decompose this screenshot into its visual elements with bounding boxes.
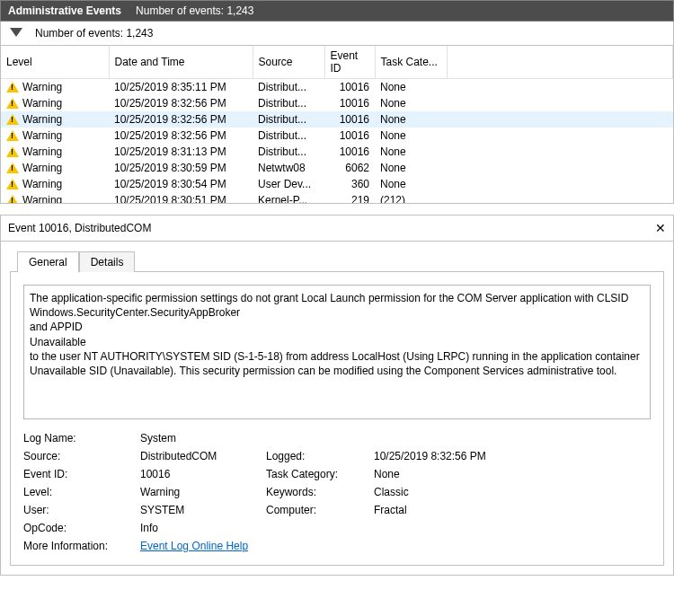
cell-event-id: 10016	[324, 79, 375, 96]
more-info-link[interactable]: Event Log Online Help	[140, 540, 248, 552]
tab-general[interactable]: General	[17, 251, 79, 272]
header-title: Administrative Events	[8, 4, 121, 17]
cell-source: Distribut...	[253, 144, 324, 160]
cell-date: 10/25/2019 8:30:51 PM	[109, 192, 253, 204]
lbl-opcode: OpCode:	[23, 522, 140, 534]
lbl-source: Source:	[23, 450, 140, 462]
cell-level: Warning	[22, 194, 62, 204]
lbl-computer: Computer:	[266, 504, 374, 516]
col-header-event-id[interactable]: Event ID	[324, 46, 375, 79]
lbl-level: Level:	[23, 486, 140, 498]
table-row[interactable]: Warning10/25/2019 8:32:56 PMDistribut...…	[1, 128, 673, 144]
col-header-level[interactable]: Level	[1, 46, 109, 79]
lbl-keywords: Keywords:	[266, 486, 374, 498]
val-user: SYSTEM	[140, 504, 266, 516]
val-opcode: Info	[140, 522, 536, 534]
detail-title-text: Event 10016, DistributedCOM	[8, 222, 151, 234]
cell-task-cat: None	[375, 95, 447, 111]
cell-level: Warning	[22, 145, 62, 158]
cell-date: 10/25/2019 8:32:56 PM	[109, 111, 253, 128]
table-row[interactable]: Warning10/25/2019 8:31:13 PMDistribut...…	[1, 144, 673, 160]
val-log-name: System	[140, 432, 536, 444]
cell-date: 10/25/2019 8:35:11 PM	[109, 79, 253, 96]
event-detail-pane: Event 10016, DistributedCOM ✕ General De…	[0, 215, 674, 576]
warning-icon	[6, 146, 19, 157]
table-row[interactable]: Warning10/25/2019 8:32:56 PMDistribut...…	[1, 111, 673, 128]
cell-event-id: 10016	[324, 95, 375, 111]
warning-icon	[6, 114, 19, 125]
val-source: DistributedCOM	[140, 450, 266, 462]
val-level: Warning	[140, 486, 266, 498]
cell-level: Warning	[22, 129, 62, 142]
lbl-task-cat: Task Category:	[266, 468, 374, 480]
lbl-more-info: More Information:	[23, 540, 140, 552]
cell-task-cat: None	[375, 128, 447, 144]
event-meta-grid: Log Name: System Source: DistributedCOM …	[23, 432, 651, 552]
cell-task-cat: None	[375, 176, 447, 192]
table-row[interactable]: Warning10/25/2019 8:32:56 PMDistribut...…	[1, 95, 673, 111]
cell-task-cat: None	[375, 111, 447, 128]
filter-bar: Number of events: 1,243	[0, 22, 674, 46]
val-logged: 10/25/2019 8:32:56 PM	[374, 450, 536, 462]
val-event-id: 10016	[140, 468, 266, 480]
filter-count: Number of events: 1,243	[35, 27, 153, 40]
lbl-log-name: Log Name:	[23, 432, 140, 444]
cell-level: Warning	[22, 97, 62, 110]
cell-source: Distribut...	[253, 128, 324, 144]
cell-task-cat: (212)	[375, 192, 447, 204]
header-bar: Administrative Events Number of events: …	[0, 0, 674, 22]
cell-source: Distribut...	[253, 79, 324, 96]
val-keywords: Classic	[374, 486, 536, 498]
cell-date: 10/25/2019 8:30:54 PM	[109, 176, 253, 192]
cell-event-id: 10016	[324, 111, 375, 128]
events-table: Level Date and Time Source Event ID Task…	[1, 46, 673, 204]
col-header-source[interactable]: Source	[253, 46, 324, 79]
cell-date: 10/25/2019 8:31:13 PM	[109, 144, 253, 160]
cell-date: 10/25/2019 8:30:59 PM	[109, 160, 253, 176]
cell-source: User Dev...	[253, 176, 324, 192]
cell-level: Warning	[22, 178, 62, 190]
table-row[interactable]: Warning10/25/2019 8:30:54 PMUser Dev...3…	[1, 176, 673, 192]
col-header-spacer	[447, 46, 673, 79]
header-count: Number of events: 1,243	[136, 4, 253, 17]
cell-event-id: 360	[324, 176, 375, 192]
lbl-event-id: Event ID:	[23, 468, 140, 480]
warning-icon	[6, 98, 19, 109]
cell-task-cat: None	[375, 79, 447, 96]
table-row[interactable]: Warning10/25/2019 8:30:51 PMKernel-P...2…	[1, 192, 673, 204]
detail-titlebar: Event 10016, DistributedCOM ✕	[1, 216, 673, 242]
cell-event-id: 219	[324, 192, 375, 204]
val-task-cat: None	[374, 468, 536, 480]
cell-source: Kernel-P...	[253, 192, 324, 204]
tab-page-general: The application-specific permission sett…	[10, 271, 664, 566]
cell-task-cat: None	[375, 144, 447, 160]
warning-icon	[6, 163, 19, 173]
events-table-scroll[interactable]: Level Date and Time Source Event ID Task…	[0, 46, 674, 204]
table-row[interactable]: Warning10/25/2019 8:35:11 PMDistribut...…	[1, 79, 673, 96]
cell-date: 10/25/2019 8:32:56 PM	[109, 128, 253, 144]
warning-icon	[6, 195, 19, 204]
col-header-date[interactable]: Date and Time	[109, 46, 253, 79]
cell-level: Warning	[22, 162, 62, 174]
lbl-logged: Logged:	[266, 450, 374, 462]
warning-icon	[6, 130, 19, 141]
cell-source: Distribut...	[253, 111, 324, 128]
cell-event-id: 10016	[324, 128, 375, 144]
warning-icon	[6, 179, 19, 189]
cell-date: 10/25/2019 8:32:56 PM	[109, 95, 253, 111]
table-header-row: Level Date and Time Source Event ID Task…	[1, 46, 673, 79]
cell-task-cat: None	[375, 160, 447, 176]
val-computer: Fractal	[374, 504, 536, 516]
event-description[interactable]: The application-specific permission sett…	[23, 285, 651, 419]
cell-source: Netwtw08	[253, 160, 324, 176]
close-icon[interactable]: ✕	[655, 221, 666, 235]
cell-level: Warning	[22, 113, 62, 126]
tab-details[interactable]: Details	[79, 251, 136, 272]
lbl-user: User:	[23, 504, 140, 516]
cell-event-id: 6062	[324, 160, 375, 176]
col-header-task-category[interactable]: Task Cate...	[375, 46, 447, 79]
table-row[interactable]: Warning10/25/2019 8:30:59 PMNetwtw086062…	[1, 160, 673, 176]
filter-icon[interactable]	[10, 28, 22, 39]
cell-source: Distribut...	[253, 95, 324, 111]
cell-event-id: 10016	[324, 144, 375, 160]
